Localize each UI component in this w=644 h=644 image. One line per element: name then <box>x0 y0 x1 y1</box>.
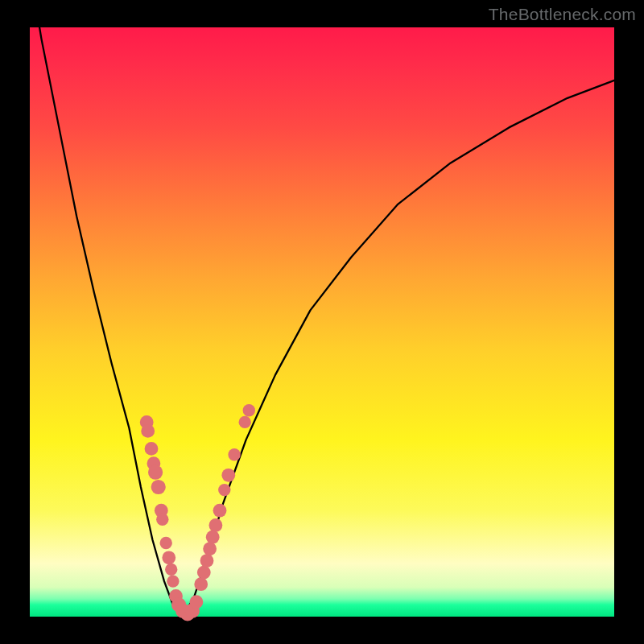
marker-dot <box>197 566 211 580</box>
chart-frame: TheBottleneck.com <box>0 0 644 644</box>
marker-dot <box>194 577 208 591</box>
marker-dot <box>160 537 172 549</box>
marker-dot <box>148 465 163 480</box>
marker-dot <box>203 542 217 555</box>
marker-group <box>140 404 255 621</box>
marker-dot <box>239 416 251 428</box>
marker-dot <box>200 554 214 568</box>
marker-dot <box>162 551 175 564</box>
chart-svg <box>30 27 614 617</box>
marker-dot <box>218 484 230 496</box>
curve-path <box>30 0 614 617</box>
marker-dot <box>190 595 204 609</box>
plot-area <box>30 27 614 617</box>
marker-dot <box>167 575 179 587</box>
marker-dot <box>243 404 255 416</box>
marker-dot <box>151 480 166 494</box>
marker-dot <box>228 448 240 460</box>
marker-dot <box>165 564 177 576</box>
marker-dot <box>145 442 159 456</box>
marker-dot <box>213 504 227 518</box>
marker-dot <box>206 530 220 544</box>
marker-dot <box>209 518 223 532</box>
marker-dot <box>221 469 235 482</box>
marker-dot <box>156 514 168 526</box>
watermark-text: TheBottleneck.com <box>489 5 636 24</box>
marker-dot <box>141 424 155 438</box>
